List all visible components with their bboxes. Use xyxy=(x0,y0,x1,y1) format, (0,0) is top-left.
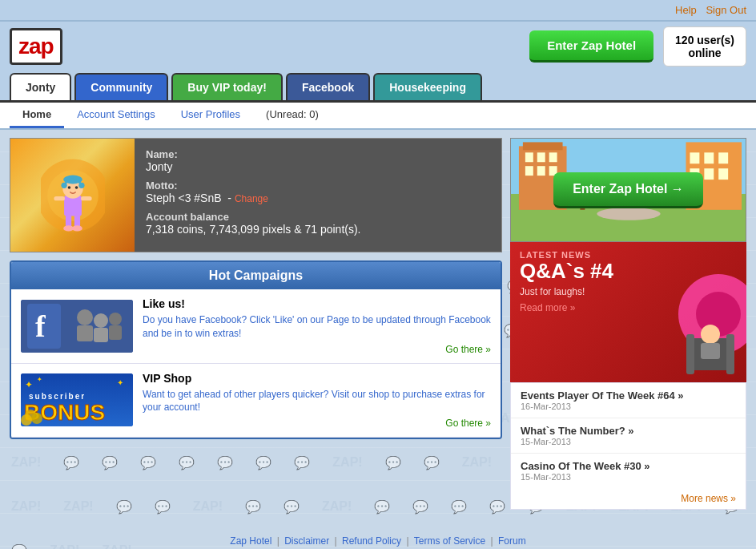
svg-rect-63 xyxy=(701,343,720,359)
news-link-1[interactable]: Events Player Of The Week #64 » xyxy=(521,390,684,402)
change-motto-link[interactable]: Change xyxy=(235,193,268,204)
top-links: Help Sign Out xyxy=(675,4,746,16)
nav-tab-facebook[interactable]: Facebook xyxy=(286,73,370,100)
news-hero-content: LATEST NEWS Q&A`s #4 Just for laughs! Re… xyxy=(510,242,623,321)
campaign-facebook-title: Like us! xyxy=(143,297,491,310)
campaign-facebook: f Like us! xyxy=(11,289,501,364)
nav-tab-vip[interactable]: Buy VIP today! xyxy=(171,73,283,100)
svg-point-10 xyxy=(72,225,82,231)
svg-point-18 xyxy=(77,309,93,325)
nav-tab-community[interactable]: Community xyxy=(74,73,168,100)
online-count: 120 user(s) xyxy=(675,34,734,46)
footer-sep-4: | xyxy=(491,535,496,547)
profile-avatar xyxy=(10,139,135,252)
news-hero-subtitle: Just for laughs! xyxy=(520,286,613,297)
svg-point-9 xyxy=(63,225,74,231)
svg-rect-36 xyxy=(523,142,563,150)
campaign-facebook-thumb: f xyxy=(21,300,133,353)
svg-point-22 xyxy=(109,313,122,325)
profile-motto-value: Steph <3 #SnB - Change xyxy=(146,192,490,204)
svg-rect-21 xyxy=(94,328,108,342)
sub-nav-home[interactable]: Home xyxy=(10,103,64,128)
svg-point-14 xyxy=(78,182,84,188)
svg-rect-49 xyxy=(718,168,728,180)
svg-rect-38 xyxy=(537,152,545,162)
news-item-3: Casino Of The Week #30 » 15-Mar-2013 xyxy=(511,454,746,488)
profile-name-label: Name: xyxy=(146,148,490,160)
motto-text: Steph <3 #SnB xyxy=(146,192,222,204)
news-decoration xyxy=(650,242,746,382)
nav-tab-housekeeping[interactable]: Housekeeping xyxy=(373,73,482,100)
online-label: online xyxy=(675,46,734,59)
svg-rect-11 xyxy=(54,196,65,200)
svg-point-32 xyxy=(21,414,32,426)
enter-hotel-main-button[interactable]: Enter Zap Hotel → xyxy=(553,172,703,208)
nav-tab-jonty[interactable]: Jonty xyxy=(10,73,71,100)
campaign-facebook-text: Like us! Do you have Facebook? Click 'Li… xyxy=(143,297,491,355)
svg-rect-60 xyxy=(686,334,694,374)
help-link[interactable]: Help xyxy=(675,4,697,16)
svg-rect-19 xyxy=(77,325,93,341)
campaign-vip-link[interactable]: Go there » xyxy=(143,418,491,429)
news-date-3: 15-Mar-2013 xyxy=(521,472,736,482)
more-news-link[interactable]: More news » xyxy=(511,488,746,509)
news-link-3[interactable]: Casino Of The Week #30 » xyxy=(521,460,650,472)
svg-point-31 xyxy=(31,413,42,424)
content-right: Enter Zap Hotel → LATEST NEWS Q&A`s #4 J… xyxy=(510,138,746,510)
svg-point-62 xyxy=(701,325,720,344)
avatar-svg xyxy=(41,155,105,236)
svg-point-20 xyxy=(94,313,108,328)
svg-point-56 xyxy=(597,208,660,220)
svg-text:✦: ✦ xyxy=(117,378,123,387)
enter-hotel-header-button[interactable]: Enter Zap Hotel xyxy=(529,30,653,63)
logo: zap xyxy=(10,28,62,65)
news-hero-title: Q&A`s #4 xyxy=(520,260,613,283)
svg-rect-39 xyxy=(549,152,557,162)
sub-nav-user-profiles[interactable]: User Profiles xyxy=(168,103,253,128)
footer-link-disclaimer[interactable]: Disclaimer xyxy=(284,535,329,547)
sub-nav-account-settings[interactable]: Account Settings xyxy=(64,103,168,128)
profile-balance-value: 7,318 coins, 7,743,099 pixels & 71 point… xyxy=(146,223,490,236)
campaign-vip: ✦ ✦ ✦ subscriber BONUS xyxy=(11,364,501,438)
content-area: Name: Jonty Motto: Steph <3 #SnB - Chang… xyxy=(0,130,756,518)
svg-rect-40 xyxy=(525,166,533,176)
campaign-facebook-link[interactable]: Go there » xyxy=(143,344,491,355)
news-item-2: What`s The Number? » 15-Mar-2013 xyxy=(511,418,746,454)
svg-text:✦: ✦ xyxy=(25,379,33,390)
news-link-2[interactable]: What`s The Number? » xyxy=(521,425,634,437)
news-read-more-link[interactable]: Read more » xyxy=(520,302,575,313)
news-item-1: Events Player Of The Week #64 » 16-Mar-2… xyxy=(511,383,746,418)
footer-sep-2: | xyxy=(335,535,340,547)
news-list: Events Player Of The Week #64 » 16-Mar-2… xyxy=(510,382,746,510)
sub-nav: Home Account Settings User Profiles (Unr… xyxy=(0,103,756,130)
footer-sep-3: | xyxy=(406,535,411,547)
footer-link-hotel[interactable]: Zap Hotel xyxy=(230,535,271,547)
page-wrapper: Help Sign Out zap Enter Zap Hotel 120 us… xyxy=(0,0,756,549)
campaigns-header: Hot Campaigns xyxy=(11,262,501,289)
news-date-1: 16-Mar-2013 xyxy=(521,402,736,411)
svg-rect-37 xyxy=(525,152,533,162)
svg-rect-23 xyxy=(109,325,122,340)
footer-link-tos[interactable]: Terms of Service xyxy=(414,535,485,547)
svg-rect-61 xyxy=(726,334,734,374)
signout-link[interactable]: Sign Out xyxy=(706,4,746,16)
sub-nav-unread: (Unread: 0) xyxy=(253,103,332,128)
profile-balance-label: Account balance xyxy=(146,211,490,223)
hot-campaigns: Hot Campaigns f xyxy=(10,260,502,439)
svg-rect-48 xyxy=(704,168,714,180)
vip-thumb-bg: ✦ ✦ ✦ subscriber BONUS xyxy=(21,373,133,426)
profile-motto-label: Motto: xyxy=(146,180,490,192)
campaign-vip-title: VIP Shop xyxy=(143,372,491,385)
profile-info: Name: Jonty Motto: Steph <3 #SnB - Chang… xyxy=(135,139,501,252)
campaign-vip-desc: Want to get ahead of other players quick… xyxy=(143,388,491,415)
header: zap Enter Zap Hotel 120 user(s) online xyxy=(0,22,756,73)
campaign-vip-thumb: ✦ ✦ ✦ subscriber BONUS xyxy=(21,373,133,426)
svg-rect-12 xyxy=(81,196,92,200)
footer-links: Zap Hotel | Disclaimer | Refund Policy |… xyxy=(10,535,746,547)
footer-link-forum[interactable]: Forum xyxy=(498,535,526,547)
footer-link-refund[interactable]: Refund Policy xyxy=(342,535,401,547)
profile-name-value: Jonty xyxy=(146,160,490,173)
online-box: 120 user(s) online xyxy=(663,26,746,67)
svg-rect-2 xyxy=(64,196,82,216)
svg-point-6 xyxy=(74,186,78,189)
